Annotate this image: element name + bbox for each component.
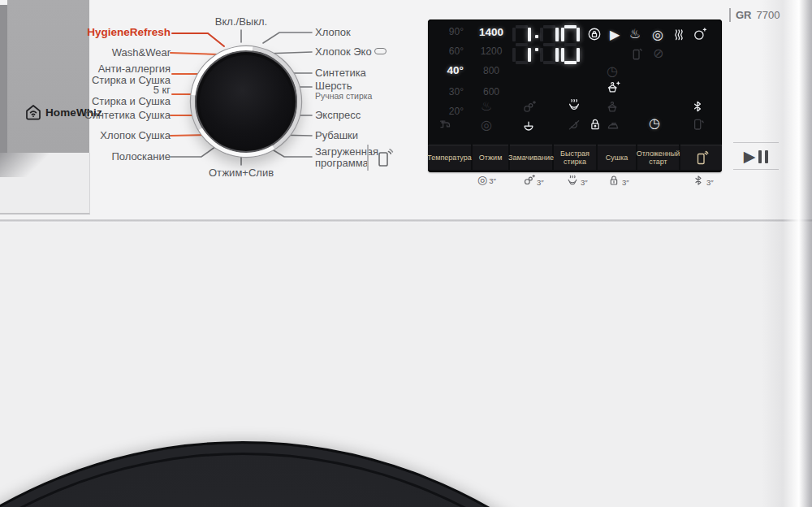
smartphone-remote-icon [694,150,709,166]
model-series: GR [736,9,752,21]
program-hygiene-refresh: HygieneRefresh [87,27,171,38]
time-display [512,25,587,64]
child-lock-icon [587,27,602,41]
drum-plus-icon [693,27,707,41]
program-shirts: Рубашки [315,130,358,141]
temperature-button[interactable]: Температура [428,145,471,170]
steam-hand-icon [567,98,581,112]
smartphone-remote-icon [629,46,644,61]
bluetooth-icon [690,99,705,114]
display-panel: 90° 60° 40° 30° 20° 1400 1200 800 600 ▶♨… [428,20,722,172]
temp-60: 60° [439,46,464,57]
model-label: GR 7700 [729,8,780,22]
drum-swirl-icon: ◎ [481,119,492,132]
program-wash-and-wear: Wash&Wear [112,47,171,58]
display-button-row: Температура Отжим Замачивание Быстрая ст… [428,145,722,169]
detergent-drawer[interactable]: HomeWhiz [7,0,89,153]
time-digit [561,25,580,64]
remote-start-button[interactable] [680,145,722,170]
hold-hint-soak: 3″ [522,174,544,187]
drawer-side-strip [0,5,7,153]
spin-1400-active: 1400 [474,26,508,38]
temp-20: 20° [439,106,464,117]
eco-icon [374,48,387,54]
temp-30: 30° [439,86,464,98]
delay-clock-icon: ◷ [607,65,618,78]
hold-hint-spin: ◎3″ [477,174,496,185]
program-5kg-wash-dry: 5 кгСтирка и Сушка [92,84,171,107]
machine-body [0,223,812,507]
bubbles-plus-icon [521,100,536,115]
padlock-icon [588,117,603,132]
pause-bar-icon [758,150,762,163]
program-wool-handwash: ШерстьРучная стирка [315,80,372,101]
anti-crease-spiral-icon: ◎ [652,28,663,41]
delay-start-button[interactable]: Отложенный старт [637,145,679,170]
play-icon: ▶ [610,28,620,41]
homewhiz-house-icon [24,102,43,122]
model-number: 7700 [757,9,780,21]
power-label: Вкл./Выкл. [205,16,278,28]
hold-hint-steam: 3″ [566,174,588,187]
steam-waves-icon [672,28,686,42]
detergent-bowl-icon [521,118,536,132]
model-separator [729,8,731,22]
program-rinse: Полоскание [111,151,171,162]
spin-sparkle-icon: ◎ [477,174,487,185]
temp-40-active: 40° [439,64,464,76]
spin-800: 800 [474,65,508,76]
cold-tap-icon [438,118,453,132]
time-colon [535,48,538,51]
downloaded-program-icon-group [367,145,394,171]
no-transfer-icon: ⊘ [653,47,663,60]
separator [367,145,369,171]
door-open-icon [690,117,705,132]
hold-hint-bluetooth: 3″ [692,174,714,187]
hold-hint-childlock: 3″ [607,174,629,187]
program-synthetics: Синтетика [315,67,366,79]
program-knob[interactable] [191,46,301,157]
bluetooth-icon [692,174,705,187]
hanger-icon [605,100,620,115]
timer-start-icon: ◷ [649,117,660,130]
program-express: Экспресс [315,110,361,121]
program-cotton: Хлопок [315,27,351,38]
hanger-plus-icon [606,80,620,95]
bubbles-plus-icon [522,174,535,187]
spin-button[interactable]: Отжим [473,145,508,170]
soak-icon: ♨ [481,100,492,113]
time-digit [512,25,531,64]
quick-wash-button[interactable]: Быстрая стирка [554,145,596,170]
program-cotton-eco: Хлопок Эко [315,46,387,58]
soak-button[interactable]: Замачивание [510,145,552,170]
no-spray-icon [567,118,581,132]
spin-600: 600 [474,86,508,98]
drawer-corner-shade [0,153,49,177]
start-pause-button[interactable]: ▶ [733,142,779,170]
door[interactable] [0,441,739,507]
dry-button[interactable]: Сушка [598,145,636,170]
program-anti-allergy-wash-dry: Анти-аллергияСтирка и Сушка [92,63,171,86]
time-digit [540,25,559,64]
padlock-info-icon [607,174,620,187]
steam-hand-icon [566,174,579,187]
drain-spin-label: Отжим+Слив [201,167,282,179]
spin-1200: 1200 [474,46,508,57]
pause-bar-icon [765,150,768,163]
iron-icon [606,118,620,132]
program-synthetic-dry: Синтетика Сушка [84,110,171,121]
program-cotton-dry: Хлопок Сушка [100,130,171,141]
hygiene-steam-icon: ♨ [629,28,641,41]
smartphone-remote-icon [374,147,394,168]
knob-face [200,55,292,148]
time-colon [535,35,538,38]
temp-90: 90° [439,26,464,37]
play-icon: ▶ [744,149,756,164]
